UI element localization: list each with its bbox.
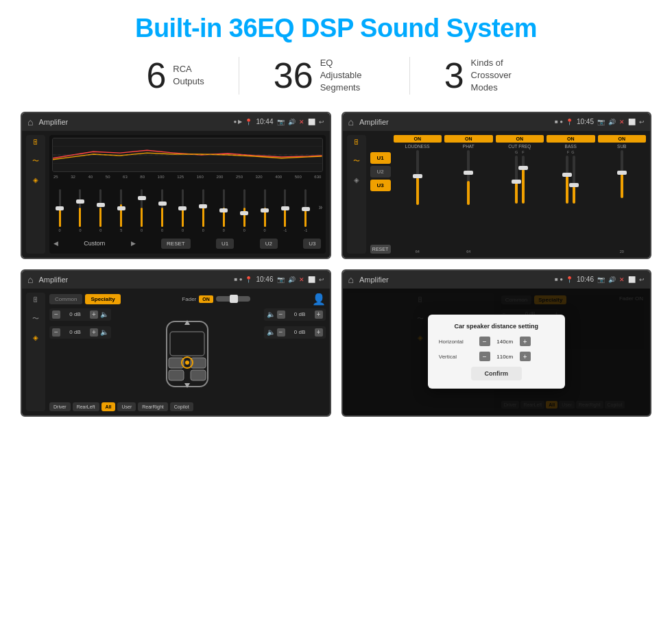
wave-icon: 〜 [32,156,39,166]
eq-track-0[interactable] [59,189,61,227]
u1-btn[interactable]: U1 [216,239,234,249]
vertical-value: 110cm [493,354,517,360]
prev-arrow[interactable]: ◀ [53,240,58,247]
driver-btn[interactable]: Driver [49,402,71,411]
screen-icon-1: ⬜ [308,119,315,125]
phat-track[interactable] [467,150,470,205]
left-top-plus[interactable]: + [90,310,98,319]
eq-val-5: 0 [161,228,163,232]
loudness-track[interactable] [416,150,419,205]
eq-slider-2: 0 [93,189,108,232]
freq-32: 32 [71,175,75,179]
reset-btn[interactable]: RESET [161,239,191,249]
right-bottom-plus[interactable]: + [315,328,323,337]
user-btn[interactable]: User [117,402,136,411]
eq-icon: 🎚 [32,138,39,146]
s2-wave-icon: 〜 [353,156,360,166]
s3-center-panel [117,308,259,400]
channel-sub: ON SUB 20 [598,135,647,254]
eq-track-12[interactable] [304,189,307,227]
eq-track-2[interactable] [99,189,101,227]
rear-right-btn[interactable]: RearRight [138,402,168,411]
cutfreq-f-track[interactable] [522,156,525,204]
eq-track-9[interactable] [243,189,245,227]
eq-nav-row: ◀ Custom ▶ RESET U1 U2 U3 [52,236,323,251]
stat-crossover-number: 3 [444,58,464,93]
fader-slider[interactable] [216,296,250,302]
sub-label: SUB [617,144,626,149]
right-top-val: 0 dB [287,311,313,317]
volume-icon-3: 🔊 [288,276,296,283]
eq-track-5[interactable] [161,189,163,227]
bass-f-track[interactable] [566,156,568,204]
common-tab[interactable]: Common [49,294,82,304]
sub-track[interactable] [621,150,623,198]
eq-slider-0: 0 [52,189,67,232]
u2-btn[interactable]: U2 [260,239,278,249]
cutfreq-label: CUT FREQ [508,144,531,149]
right-bottom-minus[interactable]: − [277,328,285,337]
back-icon-4: ↩ [639,276,645,283]
all-btn[interactable]: All [101,402,116,411]
left-top-val: 0 dB [62,311,88,317]
status-bar-3: ⌂ Amplifier ■ ● 📍 10:46 📷 🔊 ✕ ⬜ ↩ [22,271,330,289]
eq-val-3: 5 [120,228,122,232]
eq-track-1[interactable] [79,189,81,227]
eq-track-8[interactable] [223,189,225,227]
page-wrapper: Built-in 36EQ DSP Sound System 6 RCAOutp… [0,0,672,634]
right-top-plus[interactable]: + [315,310,323,319]
phat-val: 64 [466,249,470,254]
specialty-tab[interactable]: Specialty [85,294,120,304]
volume-icon-4: 🔊 [608,276,616,283]
back-icon-1: ↩ [319,119,324,125]
eq-track-3[interactable] [120,189,122,227]
horizontal-minus-btn[interactable]: − [479,337,490,346]
eq-slider-12: -1 [298,189,313,232]
confirm-button[interactable]: Confirm [471,367,523,380]
eq-track-11[interactable] [284,189,286,227]
fader-label: Fader [182,296,196,302]
stat-rca-number: 6 [146,58,166,93]
page-title: Built-in 36EQ DSP Sound System [135,14,537,43]
freq-125: 125 [177,175,184,179]
freq-160: 160 [197,175,204,179]
left-bottom-minus[interactable]: − [52,328,60,337]
right-top-minus[interactable]: − [277,310,285,319]
eq-slider-5: 0 [155,189,170,232]
copilot-btn[interactable]: Copilot [170,402,193,411]
s2-presets-col: U1 U2 U3 RESET [370,135,391,254]
camera-icon-4: 📷 [597,276,605,283]
eq-track-7[interactable] [202,189,204,227]
home-icon-3: ⌂ [27,274,33,285]
vertical-plus-btn[interactable]: + [520,352,531,361]
status-icons-1: 📍 10:44 📷 🔊 ✕ ⬜ ↩ [245,118,324,125]
rear-left-btn[interactable]: RearLeft [73,402,99,411]
u3-preset-btn[interactable]: U3 [370,180,391,191]
next-arrow[interactable]: ▶ [131,240,136,247]
s4-dialog-overlay: Car speaker distance setting Horizontal … [343,289,651,415]
camera-icon-2: 📷 [597,119,605,125]
s2-reset-btn[interactable]: RESET [370,245,391,254]
bass-g-track[interactable] [573,156,575,204]
horizontal-plus-btn[interactable]: + [520,337,531,346]
s2-eq-icon: 🎚 [353,138,360,146]
freq-40: 40 [88,175,93,179]
left-bottom-plus[interactable]: + [90,328,98,337]
u2-preset-btn[interactable]: U2 [370,166,391,178]
svg-rect-10 [191,370,206,380]
bass-label: BASS [565,144,577,149]
freq-500: 500 [295,175,302,179]
left-top-minus[interactable]: − [52,310,60,319]
s3-eq-icon: 🎚 [32,296,39,304]
s2-main: U1 U2 U3 RESET ON LOUDNESS [370,135,647,254]
eq-track-4[interactable] [141,189,143,227]
u1-preset-btn[interactable]: U1 [370,152,391,164]
eq-track-10[interactable] [264,189,266,227]
freq-630: 630 [314,175,321,179]
bass-fg-label: F G [567,150,575,154]
u3-btn[interactable]: U3 [303,239,321,249]
cutfreq-g-track[interactable] [515,156,518,204]
s3-bottom-btns: Driver RearLeft All User RearRight Copil… [49,402,326,411]
vertical-minus-btn[interactable]: − [479,352,490,361]
eq-track-6[interactable] [182,189,184,227]
